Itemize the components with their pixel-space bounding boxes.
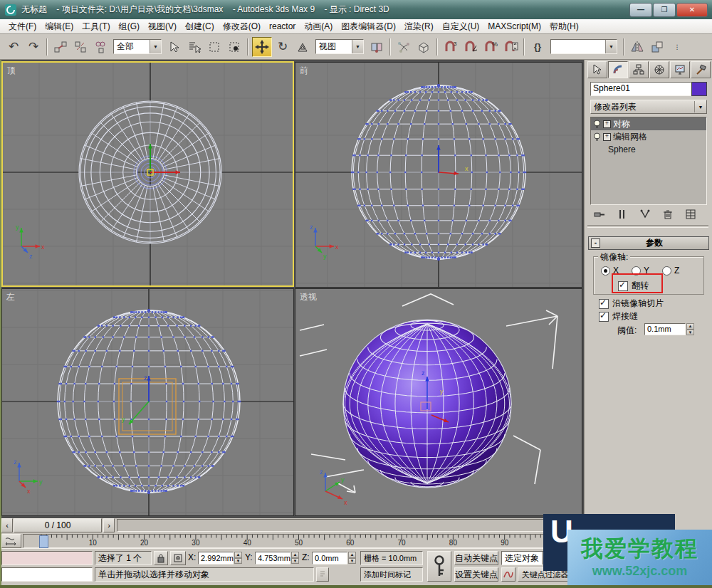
- tab-utilities[interactable]: [691, 61, 711, 78]
- menu-组(G)[interactable]: 组(G): [115, 21, 144, 33]
- maxscript-listener-pink[interactable]: [1, 551, 93, 565]
- chevron-down-icon[interactable]: ▼: [352, 40, 363, 53]
- viewport-perspective-label[interactable]: 透视: [300, 291, 317, 303]
- select-manipulate-icon[interactable]: [394, 38, 413, 56]
- menu-视图(V)[interactable]: 视图(V): [144, 21, 181, 33]
- tab-create[interactable]: [587, 61, 607, 78]
- move-icon[interactable]: [252, 37, 272, 57]
- viewport-top-label[interactable]: 顶: [7, 65, 16, 77]
- expand-icon[interactable]: +: [603, 133, 611, 141]
- set-keys-button[interactable]: [427, 551, 451, 582]
- menu-动画(A)[interactable]: 动画(A): [300, 21, 337, 33]
- menu-工具(T)[interactable]: 工具(T): [78, 21, 114, 33]
- chevron-down-icon[interactable]: ▼: [150, 40, 161, 53]
- threshold-spinner[interactable]: ▲▼: [686, 323, 694, 335]
- x-coordinate-field[interactable]: 2.992mm: [198, 552, 234, 565]
- spinner-snap-icon[interactable]: [501, 38, 520, 56]
- menu-reactor[interactable]: reactor: [265, 21, 300, 31]
- next-frame-button[interactable]: ›: [103, 518, 115, 532]
- menu-自定义(U)[interactable]: 自定义(U): [438, 21, 484, 33]
- reference-coordinate-dropdown[interactable]: 视图 ▼: [315, 39, 364, 54]
- viewport-perspective[interactable]: zyzyx 透视: [295, 288, 582, 516]
- tab-hierarchy[interactable]: [629, 61, 649, 78]
- menu-图表编辑器(D)[interactable]: 图表编辑器(D): [337, 21, 400, 33]
- use-center-icon[interactable]: [367, 38, 386, 56]
- selection-lock-icon[interactable]: [154, 551, 168, 565]
- auto-key-button[interactable]: 自动关键点: [454, 551, 498, 565]
- select-by-name-icon[interactable]: [185, 38, 204, 56]
- previous-frame-button[interactable]: ‹: [1, 518, 13, 532]
- scale-icon[interactable]: [293, 38, 312, 56]
- select-object-icon[interactable]: [165, 38, 184, 56]
- menu-帮助(H)[interactable]: 帮助(H): [545, 21, 583, 33]
- make-unique-icon[interactable]: [636, 208, 654, 221]
- menu-编辑(E)[interactable]: 编辑(E): [41, 21, 78, 33]
- angle-snap-icon[interactable]: [461, 38, 480, 56]
- tab-modify[interactable]: [608, 61, 628, 78]
- collapse-icon[interactable]: -: [591, 238, 600, 248]
- current-frame-marker[interactable]: [39, 535, 48, 548]
- chevron-down-icon[interactable]: ▼: [605, 40, 617, 53]
- tab-motion[interactable]: [649, 61, 669, 78]
- align-icon[interactable]: [648, 38, 666, 56]
- viewport-left[interactable]: yzzyx 左: [1, 288, 294, 516]
- parameters-rollout[interactable]: - 参数: [588, 236, 709, 250]
- object-color-swatch[interactable]: [691, 82, 707, 96]
- menu-渲染(R)[interactable]: 渲染(R): [400, 21, 438, 33]
- menu-MAXScript(M)[interactable]: MAXScript(M): [483, 21, 545, 31]
- menu-创建(C)[interactable]: 创建(C): [181, 21, 219, 33]
- radio-X[interactable]: [601, 266, 610, 275]
- chevron-down-icon[interactable]: ▼: [694, 101, 706, 112]
- x-spinner[interactable]: ▲▼: [234, 552, 242, 564]
- stack-item-对称[interactable]: +对称: [591, 117, 706, 130]
- z-spinner[interactable]: ▲▼: [348, 552, 356, 564]
- weld-seam-checkbox[interactable]: [599, 312, 609, 322]
- stack-item-Sphere[interactable]: Sphere: [591, 143, 706, 156]
- visibility-bulb-icon[interactable]: [593, 120, 601, 129]
- absolute-mode-icon[interactable]: [170, 551, 186, 565]
- tab-display[interactable]: [670, 61, 690, 78]
- configure-modifier-sets-icon[interactable]: [681, 208, 700, 221]
- select-link-icon[interactable]: [51, 38, 70, 56]
- menu-文件(F)[interactable]: 文件(F): [4, 21, 41, 33]
- time-slider[interactable]: 0 / 100: [14, 518, 102, 532]
- mirror-icon[interactable]: [628, 38, 646, 56]
- object-name-field[interactable]: Sphere01: [590, 82, 691, 96]
- pin-stack-icon[interactable]: [590, 208, 609, 221]
- weld-checkbox-row[interactable]: 焊接缝: [599, 310, 638, 322]
- mini-curve-editor-button[interactable]: [1, 534, 21, 548]
- selection-region-icon[interactable]: [205, 38, 224, 56]
- minimize-button[interactable]: —: [629, 3, 652, 17]
- radio-Z[interactable]: [662, 266, 671, 275]
- viewport-left-label[interactable]: 左: [6, 291, 15, 303]
- window-crossing-icon[interactable]: [225, 38, 244, 56]
- track-bar-ruler[interactable]: 0102030405060708090100: [23, 534, 584, 548]
- remove-modifier-icon[interactable]: [659, 208, 677, 221]
- stack-item-编辑网格[interactable]: +编辑网格: [591, 130, 706, 143]
- rotate-icon[interactable]: ↻: [273, 38, 292, 56]
- visibility-bulb-icon[interactable]: [593, 132, 601, 142]
- snap-toggle-3d-icon[interactable]: 3: [441, 38, 460, 56]
- y-spinner[interactable]: ▲▼: [291, 552, 299, 564]
- add-time-tag[interactable]: 添加时间标记: [360, 567, 423, 582]
- selection-filter-dropdown[interactable]: 全部 ▼: [113, 39, 162, 54]
- close-button[interactable]: ✕: [676, 3, 708, 17]
- undo-icon[interactable]: ↶: [4, 38, 23, 56]
- viewport-front[interactable]: xzxy 前: [295, 62, 582, 288]
- expand-icon[interactable]: +: [603, 120, 611, 128]
- unlink-icon[interactable]: [71, 38, 90, 56]
- time-slider-track[interactable]: [117, 519, 582, 532]
- named-selection-sets-icon[interactable]: {}: [528, 38, 547, 56]
- z-coordinate-field[interactable]: 0.0mm: [312, 552, 347, 565]
- percent-snap-icon[interactable]: %: [481, 38, 500, 56]
- maxscript-listener-white[interactable]: [1, 567, 93, 582]
- bind-spacewarp-icon[interactable]: [91, 38, 110, 56]
- modifier-list-dropdown[interactable]: 修改器列表 ▼: [590, 100, 707, 114]
- threshold-field[interactable]: 0.1mm: [644, 323, 686, 335]
- show-end-result-icon[interactable]: [613, 208, 632, 221]
- key-filter-curve-icon[interactable]: [501, 567, 515, 582]
- set-key-button[interactable]: 设置关键点: [454, 567, 498, 582]
- viewport-front-label[interactable]: 前: [300, 65, 308, 77]
- mirror-axis-option-Z[interactable]: Z: [662, 266, 679, 275]
- slice-checkbox-row[interactable]: 沿镜像轴切片: [599, 298, 664, 310]
